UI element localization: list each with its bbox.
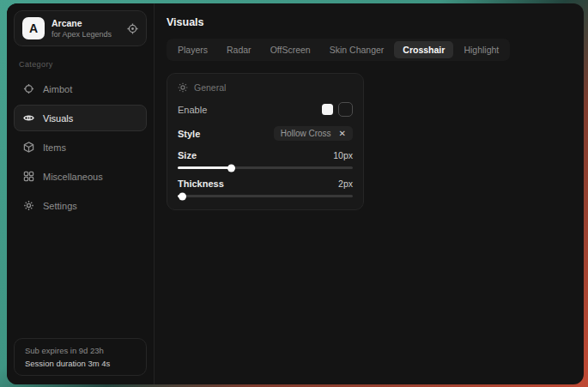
panel-title: General xyxy=(194,82,226,93)
size-row: Size 10px xyxy=(178,150,353,160)
size-label: Size xyxy=(178,150,197,160)
gear-icon xyxy=(23,200,34,211)
thickness-row: Thickness 2px xyxy=(178,178,353,189)
style-label: Style xyxy=(178,129,200,139)
cube-icon xyxy=(23,142,34,153)
tab-radar[interactable]: Radar xyxy=(218,41,260,58)
tab-skin-changer[interactable]: Skin Changer xyxy=(321,41,393,58)
enable-row: Enable xyxy=(178,102,353,117)
app-name: Arcane xyxy=(52,18,112,28)
tab-players[interactable]: Players xyxy=(169,41,216,58)
size-value: 10px xyxy=(333,150,353,160)
thickness-label: Thickness xyxy=(178,178,224,189)
keybind-box[interactable] xyxy=(338,102,353,117)
sidebar-item-miscellaneous[interactable]: Miscellaneous xyxy=(14,163,147,190)
eye-icon xyxy=(23,112,34,124)
sidebar-item-label: Items xyxy=(43,142,66,153)
thickness-value: 2px xyxy=(338,178,353,189)
sidebar: A Arcane for Apex Legends Category xyxy=(7,3,155,384)
style-row: Style Hollow Cross ✕ xyxy=(178,126,353,141)
sidebar-item-label: Visuals xyxy=(43,113,73,124)
app-subtitle: for Apex Legends xyxy=(52,30,112,39)
subscription-status: Sub expires in 9d 23h Session duration 3… xyxy=(14,338,147,376)
session-duration-text: Session duration 3m 4s xyxy=(25,359,136,368)
enable-label: Enable xyxy=(178,105,207,115)
sidebar-item-label: Miscellaneous xyxy=(43,172,103,182)
sidebar-item-settings[interactable]: Settings xyxy=(14,192,147,219)
tab-bar: Players Radar OffScreen Skin Changer Cro… xyxy=(167,39,510,61)
app-window: A Arcane for Apex Legends Category xyxy=(7,3,584,384)
close-icon[interactable]: ✕ xyxy=(339,129,346,138)
tab-highlight[interactable]: Highlight xyxy=(455,41,507,58)
category-label: Category xyxy=(19,60,143,69)
enable-checkbox[interactable] xyxy=(322,104,333,115)
sidebar-item-items[interactable]: Items xyxy=(14,134,147,160)
brand-header: A Arcane for Apex Legends xyxy=(14,10,147,46)
app-logo: A xyxy=(22,17,45,39)
size-slider[interactable] xyxy=(178,166,353,169)
crosshair-icon xyxy=(23,83,34,94)
page-title: Visuals xyxy=(167,16,572,28)
size-slider-thumb[interactable] xyxy=(227,164,235,172)
main-content: Visuals Players Radar OffScreen Skin Cha… xyxy=(155,3,584,384)
sidebar-item-visuals[interactable]: Visuals xyxy=(14,105,147,131)
sidebar-item-aimbot[interactable]: Aimbot xyxy=(14,76,147,102)
thickness-slider-thumb[interactable] xyxy=(179,192,186,200)
tab-crosshair[interactable]: Crosshair xyxy=(394,41,453,58)
sub-expires-text: Sub expires in 9d 23h xyxy=(25,346,136,355)
style-value: Hollow Cross xyxy=(281,129,331,138)
sidebar-item-label: Settings xyxy=(43,201,77,211)
general-panel: General Enable Style Hollow Cross ✕ Size… xyxy=(167,73,364,210)
tab-offscreen[interactable]: OffScreen xyxy=(262,41,319,58)
grid-icon xyxy=(23,171,34,182)
target-icon xyxy=(127,23,138,34)
sidebar-item-label: Aimbot xyxy=(43,84,72,94)
sun-icon xyxy=(178,82,188,93)
thickness-slider[interactable] xyxy=(178,195,353,197)
style-chip[interactable]: Hollow Cross ✕ xyxy=(274,126,353,141)
